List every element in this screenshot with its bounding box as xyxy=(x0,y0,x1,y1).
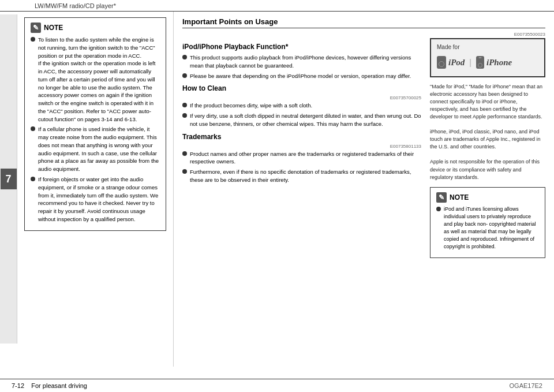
main-code: E00735500023 xyxy=(182,32,545,37)
list-item: Furthermore, even if there is no specifi… xyxy=(182,168,421,184)
ipod-logo: iPod xyxy=(437,56,465,69)
ipod-device-icon xyxy=(437,56,446,69)
logo-container: iPod | iPhone xyxy=(437,53,538,72)
how-to-clean-title: How to Clean xyxy=(182,84,421,92)
note-content-right: iPod and iTunes licensing allows individ… xyxy=(436,206,539,251)
bullet-text: Please be aware that depending on the iP… xyxy=(190,72,421,80)
note-label-left: NOTE xyxy=(44,24,63,32)
page-footer: 7-12 For pleasant driving OGAE17E2 xyxy=(0,379,554,392)
header-title: LW/MW/FM radio/CD player* xyxy=(35,2,116,9)
iphone-logo: iPhone xyxy=(476,56,512,69)
bullet-text: If the product becomes dirty, wipe with … xyxy=(190,102,421,110)
bullet-text: To listen to the audio system while the … xyxy=(38,36,160,123)
list-item: This product supports audio playback fro… xyxy=(182,54,421,70)
bullet-text: iPod and iTunes licensing allows individ… xyxy=(444,206,539,251)
footer-page-ref: 7-12 For pleasant driving xyxy=(12,382,87,389)
clean-code: E00735700025 xyxy=(182,95,421,100)
left-column: ✎ NOTE To listen to the audio system whi… xyxy=(17,12,173,367)
bullet-icon xyxy=(436,207,441,211)
list-item: If the product becomes dirty, wipe with … xyxy=(182,102,421,110)
note-box-left: ✎ NOTE To listen to the audio system whi… xyxy=(24,17,166,231)
note-content-left: To listen to the audio system while the … xyxy=(31,36,160,223)
header-bar: LW/MW/FM radio/CD player* xyxy=(0,0,554,12)
iphone-device-icon xyxy=(476,56,484,69)
bullet-icon xyxy=(182,103,187,107)
bullet-icon xyxy=(31,37,35,42)
bullet-icon xyxy=(182,55,187,59)
note-header-right: ✎ NOTE xyxy=(436,192,539,203)
chapter-sidebar: 7 xyxy=(0,14,17,344)
ipod-section: iPod/iPhone Playback Function* This prod… xyxy=(182,38,421,264)
bullet-text: Product names and other proper names are… xyxy=(190,150,421,166)
chapter-number: 7 xyxy=(1,169,17,189)
bullet-icon xyxy=(182,113,187,118)
made-for-text: Made for xyxy=(437,44,538,50)
list-item: iPod and iTunes licensing allows individ… xyxy=(436,206,539,251)
bullet-text: If very dirty, use a soft cloth dipped i… xyxy=(190,112,421,128)
note-header-left: ✎ NOTE xyxy=(31,23,160,33)
ipod-badge: Made for iPod | iPhone xyxy=(430,38,545,77)
right-upper: iPod/iPhone Playback Function* This prod… xyxy=(182,38,545,264)
badge-area: Made for iPod | iPhone xyxy=(430,38,545,264)
list-item: If a cellular phone is used inside the v… xyxy=(31,125,160,173)
footer-code: OGAE17E2 xyxy=(510,382,542,389)
iphone-label: iPhone xyxy=(486,58,512,68)
trademarks-title: Trademarks xyxy=(182,133,421,141)
trademark-code: E00735801133 xyxy=(182,144,421,149)
bullet-icon xyxy=(31,126,35,131)
right-column: Important Points on Usage E00735500023 i… xyxy=(173,12,554,367)
list-item: Please be aware that depending on the iP… xyxy=(182,72,421,80)
logo-divider: | xyxy=(469,58,471,67)
note-box-right: ✎ NOTE iPod and iTunes licensing allows … xyxy=(430,187,545,258)
bullet-text: If a cellular phone is used inside the v… xyxy=(38,125,160,173)
ipod-label: iPod xyxy=(448,58,465,68)
bullet-text: This product supports audio playback fro… xyxy=(190,54,421,70)
list-item: To listen to the audio system while the … xyxy=(31,36,160,123)
note-icon-left: ✎ xyxy=(31,23,41,33)
bullet-icon xyxy=(182,151,187,156)
list-item: If foreign objects or water get into the… xyxy=(31,176,160,223)
badge-description: "Made for iPod," "Made for iPhone" mean … xyxy=(430,83,545,181)
bullet-text: If foreign objects or water get into the… xyxy=(38,176,160,223)
bullet-icon xyxy=(182,73,187,78)
note-label-right: NOTE xyxy=(450,193,469,201)
ipod-subsection-title: iPod/iPhone Playback Function* xyxy=(182,43,421,51)
bullet-icon xyxy=(182,169,187,174)
bullet-text: Furthermore, even if there is no specifi… xyxy=(190,168,421,184)
main-section-title: Important Points on Usage xyxy=(182,17,545,28)
bullet-icon xyxy=(31,177,35,181)
list-item: If very dirty, use a soft cloth dipped i… xyxy=(182,112,421,128)
list-item: Product names and other proper names are… xyxy=(182,150,421,166)
note-icon-right: ✎ xyxy=(436,192,447,203)
page-container: LW/MW/FM radio/CD player* 7 ✎ NOTE To li… xyxy=(0,0,554,392)
